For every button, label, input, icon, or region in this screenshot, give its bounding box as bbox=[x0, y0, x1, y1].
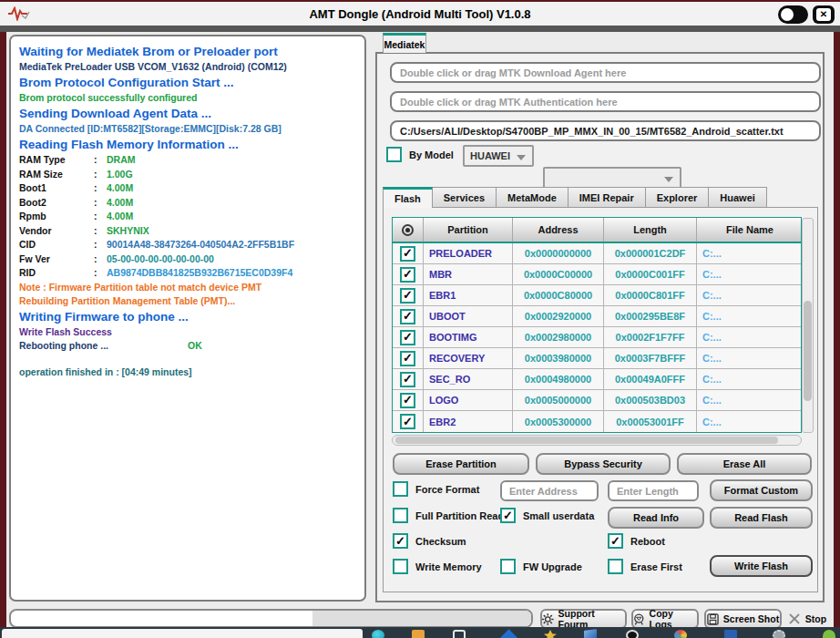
log-line: RID:AB9874DBB841825B932B6715EC0D39F4 bbox=[19, 266, 356, 281]
row-checkbox[interactable]: ✓ bbox=[400, 267, 415, 283]
table-row[interactable]: ✓EBR20x00053000000x00053001FFC:... bbox=[393, 411, 801, 432]
window-divider bbox=[0, 26, 840, 32]
cortana-circle-icon[interactable] bbox=[372, 630, 384, 638]
small-userdata-checkbox[interactable]: ✓ bbox=[500, 508, 516, 523]
taskbar-search-input[interactable] bbox=[2, 629, 363, 638]
row-checkbox[interactable]: ✓ bbox=[400, 372, 415, 387]
authentication-input[interactable]: Double click or drag MTK Authentication … bbox=[390, 91, 821, 112]
erase-all-button[interactable]: Erase All bbox=[677, 453, 812, 475]
table-row[interactable]: ✓UBOOT0x00029200000x000295BE8FC:... bbox=[393, 306, 801, 327]
address-placeholder: Enter Address bbox=[509, 486, 578, 497]
model-select[interactable] bbox=[543, 167, 681, 189]
row-checkbox[interactable]: ✓ bbox=[400, 246, 415, 262]
windows-taskbar[interactable] bbox=[0, 627, 840, 638]
header-address[interactable]: Address bbox=[513, 218, 604, 242]
blue-square-tool-icon[interactable] bbox=[724, 630, 737, 638]
screen-shot-button[interactable]: Screen Shot bbox=[704, 609, 782, 629]
write-memory-checkbox[interactable]: ✓ bbox=[393, 559, 408, 574]
full-partition-read-option[interactable]: ✓ Full Partition Read bbox=[393, 508, 504, 523]
support-forum-button[interactable]: Support Fourm bbox=[540, 609, 627, 629]
table-row[interactable]: ✓SEC_RO0x00049800000x00049A0FFFC:... bbox=[393, 369, 801, 390]
tab-services[interactable]: Services bbox=[433, 187, 497, 208]
copy-logs-button[interactable]: Copy Logs bbox=[631, 609, 699, 629]
log-line: Brom protocol successfully configured bbox=[19, 91, 356, 105]
erase-first-option[interactable]: ✓ Erase First bbox=[608, 559, 682, 574]
log-panel[interactable]: Waiting for Mediatek Brom or Preloader p… bbox=[9, 35, 366, 602]
small-userdata-option[interactable]: ✓ Small userdata bbox=[500, 508, 594, 523]
row-checkbox[interactable]: ✓ bbox=[400, 393, 415, 408]
write-flash-button[interactable]: Write Flash bbox=[710, 555, 813, 577]
custom-address-input[interactable]: Enter Address bbox=[500, 480, 599, 501]
table-row[interactable]: ✓EBR10x0000C800000x0000C801FFC:... bbox=[393, 285, 801, 306]
by-model-option[interactable]: ✓ By Model bbox=[386, 147, 454, 162]
tab-mediatek[interactable]: Mediatek bbox=[383, 33, 426, 53]
scatter-file-input[interactable]: C:/Users/ALI/Desktop/S4700BP_MP_MMX_IN_0… bbox=[390, 120, 821, 141]
full-partition-read-checkbox[interactable]: ✓ bbox=[393, 508, 408, 523]
force-format-label: Force Format bbox=[415, 484, 479, 495]
bypass-security-button[interactable]: Bypass Security bbox=[536, 453, 671, 475]
fw-upgrade-checkbox[interactable]: ✓ bbox=[500, 559, 516, 574]
header-file-name[interactable]: File Name bbox=[697, 218, 803, 242]
dark-circle-tool-icon[interactable] bbox=[626, 630, 639, 638]
read-info-button[interactable]: Read Info bbox=[608, 507, 704, 529]
force-format-option[interactable]: ✓ Force Format bbox=[393, 481, 479, 497]
row-checkbox[interactable]: ✓ bbox=[400, 330, 415, 345]
format-custom-button[interactable]: Format Custom bbox=[710, 479, 813, 501]
row-checkbox[interactable]: ✓ bbox=[400, 351, 415, 366]
blue-diamond-icon[interactable] bbox=[500, 629, 517, 638]
tab-flash[interactable]: Flash bbox=[383, 187, 433, 208]
custom-length-input[interactable]: Enter Length bbox=[608, 480, 699, 501]
gear-tool-icon[interactable] bbox=[773, 630, 785, 638]
tab-explorer[interactable]: Explorer bbox=[646, 187, 710, 208]
force-format-checkbox[interactable]: ✓ bbox=[393, 481, 408, 497]
erase-first-label: Erase First bbox=[630, 561, 682, 572]
reboot-checkbox[interactable]: ✓ bbox=[608, 533, 623, 549]
table-horizontal-scrollbar[interactable] bbox=[392, 435, 802, 446]
erase-first-checkbox[interactable]: ✓ bbox=[608, 559, 623, 574]
reboot-option[interactable]: ✓ Reboot bbox=[608, 533, 665, 549]
android-tool-icon[interactable] bbox=[823, 630, 835, 638]
write-memory-option[interactable]: ✓ Write Memory bbox=[393, 559, 482, 574]
phone-icon[interactable] bbox=[453, 630, 466, 638]
star-tool-icon[interactable] bbox=[544, 630, 557, 638]
table-vertical-scrollbar[interactable] bbox=[802, 218, 814, 433]
close-button[interactable]: ✕ bbox=[813, 5, 835, 24]
brand-select[interactable]: HUAWEI bbox=[463, 145, 534, 167]
header-length[interactable]: Length bbox=[604, 218, 697, 242]
checksum-checkbox[interactable]: ✓ bbox=[393, 533, 408, 549]
cell-file: C:... bbox=[697, 327, 803, 347]
by-model-checkbox[interactable]: ✓ bbox=[386, 147, 402, 162]
monitor-tool-icon[interactable] bbox=[584, 629, 597, 638]
cell-address: 0x0002920000 bbox=[513, 306, 604, 326]
tab-metamode[interactable]: MetaMode bbox=[497, 187, 569, 208]
row-checkbox[interactable]: ✓ bbox=[400, 288, 415, 304]
stop-button[interactable]: Stop bbox=[784, 609, 831, 629]
log-line: RAM Size:1.00G bbox=[19, 168, 356, 182]
select-all-header[interactable] bbox=[393, 218, 424, 242]
row-checkbox[interactable]: ✓ bbox=[400, 309, 415, 324]
checksum-option[interactable]: ✓ Checksum bbox=[393, 533, 466, 549]
tab-huawei[interactable]: Huawei bbox=[709, 187, 767, 208]
table-row[interactable]: ✓RECOVERY0x00039800000x0003F7BFFFC:... bbox=[393, 348, 801, 369]
brand-value: HUAWEI bbox=[470, 150, 510, 161]
read-flash-button[interactable]: Read Flash bbox=[710, 507, 813, 529]
row-checkbox[interactable]: ✓ bbox=[400, 414, 415, 429]
fw-upgrade-option[interactable]: ✓ FW Upgrade bbox=[500, 559, 582, 574]
theme-toggle-button[interactable] bbox=[778, 5, 808, 24]
download-agent-input[interactable]: Double click or drag MTK Download Agent … bbox=[390, 62, 821, 83]
table-row[interactable]: ✓LOGO0x00050000000x000503BD03C:... bbox=[393, 390, 801, 411]
colorful-tool-icon[interactable] bbox=[674, 630, 687, 638]
table-row[interactable]: ✓BOOTIMG0x00029800000x0002F1F7FFC:... bbox=[393, 327, 801, 348]
log-line: RAM Type:DRAM bbox=[19, 153, 356, 168]
erase-partition-button[interactable]: Erase Partition bbox=[393, 453, 529, 475]
header-partition[interactable]: Partition bbox=[424, 218, 513, 242]
tab-imei-repair[interactable]: IMEI Repair bbox=[569, 187, 646, 208]
hscroll-thumb[interactable] bbox=[395, 437, 778, 444]
table-row[interactable]: ✓MBR0x0000C000000x0000C001FFC:... bbox=[393, 264, 801, 285]
table-row[interactable]: ✓PRELOADER0x00000000000x000001C2DFC:... bbox=[393, 243, 801, 264]
cell-file: C:... bbox=[697, 306, 803, 326]
vscroll-thumb[interactable] bbox=[804, 301, 812, 401]
window-title: AMT Dongle (Android Multi Tool) V1.0.8 bbox=[0, 7, 840, 21]
file-explorer-folder-icon[interactable] bbox=[412, 630, 425, 638]
floppy-disk-icon bbox=[707, 613, 719, 625]
